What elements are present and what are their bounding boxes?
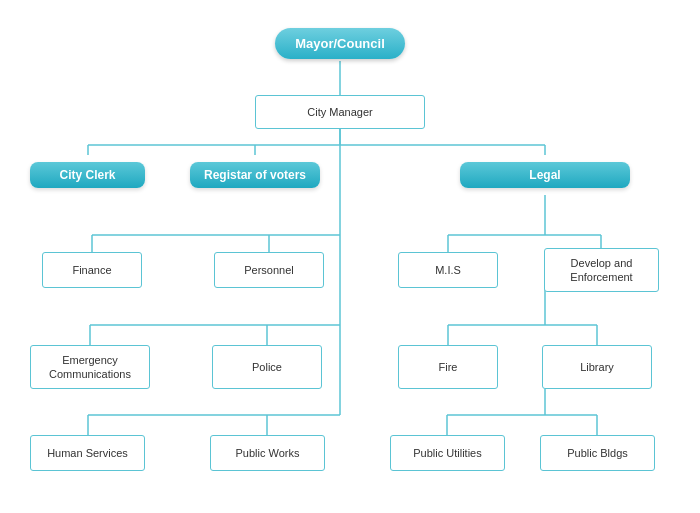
public-works-label: Public Works [236, 447, 300, 459]
personnel-label: Personnel [244, 264, 294, 276]
org-chart: Mayor/Council City Manager City Clerk Re… [0, 0, 700, 513]
police-label: Police [252, 361, 282, 373]
develop-label: Develop and Enforcement [570, 256, 632, 285]
library-label: Library [580, 361, 614, 373]
mis-label: M.I.S [435, 264, 461, 276]
legal-node: Legal [460, 155, 630, 195]
public-utilities-node: Public Utilities [390, 435, 505, 471]
fire-label: Fire [439, 361, 458, 373]
city-manager-node: City Manager [255, 95, 425, 129]
develop-node: Develop and Enforcement [544, 248, 659, 292]
city-clerk-node: City Clerk [30, 155, 145, 195]
human-services-node: Human Services [30, 435, 145, 471]
legal-label: Legal [460, 162, 630, 188]
police-node: Police [212, 345, 322, 389]
public-bldgs-node: Public Bldgs [540, 435, 655, 471]
emergency-node: Emergency Communications [30, 345, 150, 389]
mis-node: M.I.S [398, 252, 498, 288]
public-works-node: Public Works [210, 435, 325, 471]
library-node: Library [542, 345, 652, 389]
emergency-label: Emergency Communications [49, 353, 131, 382]
fire-node: Fire [398, 345, 498, 389]
city-manager-label: City Manager [307, 106, 372, 118]
human-services-label: Human Services [47, 447, 128, 459]
public-utilities-label: Public Utilities [413, 447, 481, 459]
personnel-node: Personnel [214, 252, 324, 288]
finance-label: Finance [72, 264, 111, 276]
registrar-label: Registar of voters [190, 162, 320, 188]
public-bldgs-label: Public Bldgs [567, 447, 628, 459]
mayor-council-node: Mayor/Council [240, 25, 440, 61]
city-clerk-label: City Clerk [30, 162, 145, 188]
registrar-node: Registar of voters [190, 155, 320, 195]
finance-node: Finance [42, 252, 142, 288]
mayor-council-label: Mayor/Council [275, 28, 405, 59]
